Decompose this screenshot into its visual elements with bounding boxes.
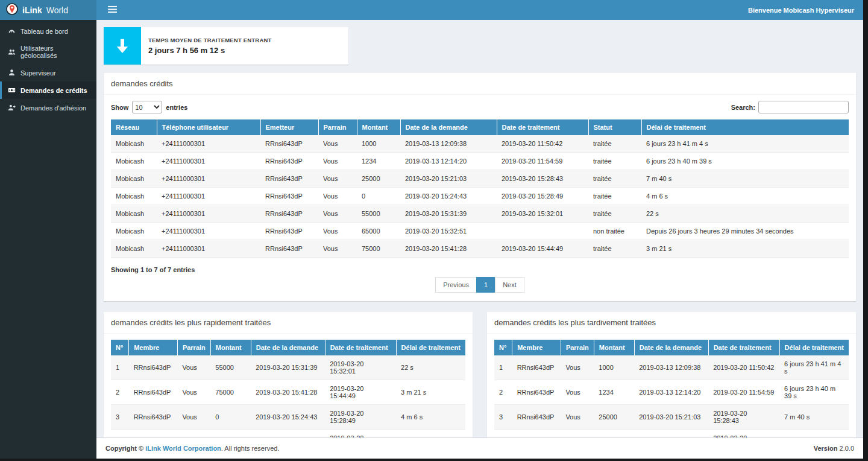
table-cell: Vous (318, 240, 357, 258)
credits-panel-body: Show 10 entries Search: RéseauTélépho (104, 95, 856, 301)
supervisor-icon (7, 69, 16, 77)
table-row: 4RRnsi643dPVous02019-03-20 15:24:432019-… (494, 430, 849, 438)
copyright-prefix: Copyright © (105, 445, 145, 452)
column-header[interactable]: Délai de traitement (641, 119, 849, 135)
table-cell: 2 (111, 380, 129, 405)
pagination-previous-button[interactable]: Previous (435, 277, 477, 293)
table-cell: Mobicash (111, 153, 157, 170)
column-header[interactable]: Membre (129, 340, 178, 355)
pagination: Previous 1 Next (111, 277, 849, 293)
table-cell: 2019-03-20 15:21:03 (251, 430, 325, 438)
column-header[interactable]: Date de traitement (325, 340, 396, 355)
table-cell: 2019-03-20 15:21:03 (634, 405, 708, 430)
table-cell: 2019-03-20 15:28:43 (325, 430, 396, 438)
table-cell: RRnsi643dP (512, 405, 561, 430)
pagination-page-1-button[interactable]: 1 (476, 277, 495, 293)
credits-panel: demandes crédits Show 10 entries Search: (104, 73, 856, 301)
sidebar-item-users[interactable]: Utilisateurs géolocalisés (0, 40, 96, 64)
table-row: 3RRnsi643dPVous250002019-03-20 15:21:032… (494, 405, 849, 430)
table-cell: Vous (177, 380, 210, 405)
table-cell: 2019-03-20 15:32:01 (497, 205, 588, 223)
table-row: 1RRnsi643dPVous10002019-03-13 12:09:3820… (494, 355, 849, 380)
column-header[interactable]: Date de la demande (634, 340, 708, 355)
column-header[interactable]: Délai de traitement (396, 340, 465, 355)
table-cell: 0 (594, 430, 634, 438)
page-length-select[interactable]: 10 (132, 101, 162, 113)
table-cell: 4 m 6 s (396, 405, 465, 430)
table-cell: 2019-03-20 15:28:43 (497, 170, 588, 188)
column-header[interactable]: Date de traitement (708, 340, 779, 355)
table-cell: 22 s (641, 205, 849, 223)
table-cell: 0 (210, 405, 251, 430)
column-header[interactable]: N° (111, 340, 129, 355)
bottom-panels: demandes crédits les plus rapidement tra… (104, 312, 856, 437)
table-cell: traitée (588, 240, 641, 258)
column-header[interactable]: Parrain (177, 340, 210, 355)
sidebar-item-dashboard[interactable]: Tableau de bord (0, 22, 96, 40)
credits-icon (7, 86, 16, 94)
column-header[interactable]: Réseau (111, 119, 157, 135)
column-header[interactable]: Montant (357, 119, 400, 135)
column-header[interactable]: Montant (594, 340, 634, 355)
table-cell: 2019-03-20 11:50:42 (708, 355, 779, 380)
table-cell: 4 (494, 430, 512, 438)
copyright-suffix: . All rights reserved. (221, 445, 280, 452)
table-cell: Vous (318, 153, 357, 170)
top-navbar: Bienvenue Mobicash Hyperviseur (96, 0, 863, 20)
table-cell: 7 m 40 s (396, 430, 465, 438)
table-cell: Vous (318, 188, 357, 205)
table-row: 3RRnsi643dPVous02019-03-20 15:24:432019-… (111, 405, 465, 430)
sidebar-item-supervisor[interactable]: Superviseur (0, 64, 96, 81)
table-cell: 2019-03-13 12:09:38 (400, 135, 497, 153)
column-header[interactable]: Date de traitement (497, 119, 588, 135)
credits-panel-title: demandes crédits (104, 73, 856, 95)
brand-logo[interactable]: iLink World (0, 0, 96, 20)
column-header[interactable]: Parrain (561, 340, 594, 355)
sidebar-item-credits[interactable]: Demandes de crédits (0, 81, 96, 99)
table-cell: 2019-03-20 15:41:28 (251, 380, 325, 405)
table-cell: Mobicash (111, 240, 157, 258)
sidebar: iLink World Tableau de bordUtilisateurs … (0, 0, 96, 459)
search-input[interactable] (758, 101, 849, 113)
sidebar-toggle-button[interactable] (105, 3, 119, 17)
company-link[interactable]: iLink World Corporation (145, 445, 221, 452)
table-cell: 6 jours 23 h 40 m 39 s (641, 153, 849, 170)
column-header[interactable]: Emetteur (260, 119, 318, 135)
column-header[interactable]: Statut (588, 119, 641, 135)
table-cell: +24111000301 (157, 205, 260, 223)
table-cell: 75000 (357, 240, 400, 258)
table-cell: 2019-03-20 15:24:43 (634, 430, 708, 438)
sidebar-item-label: Utilisateurs géolocalisés (20, 45, 90, 59)
table-cell: 55000 (357, 205, 400, 223)
table-cell: Vous (177, 430, 210, 438)
version-info: Version 2.0.0 (814, 445, 854, 452)
column-header[interactable]: N° (494, 340, 512, 355)
table-cell: 2019-03-20 15:44:49 (325, 380, 396, 405)
hamburger-icon (108, 5, 117, 15)
down-arrow-icon (104, 27, 141, 65)
column-header[interactable]: Montant (210, 340, 251, 355)
table-cell: Vous (561, 405, 594, 430)
sidebar-item-membership[interactable]: Demandes d'adhésion (0, 99, 96, 116)
table-header-row: N°MembreParrainMontantDate de la demande… (494, 340, 849, 355)
table-cell: 2019-03-20 11:54:59 (708, 380, 779, 405)
fastest-processed-panel: demandes crédits les plus rapidement tra… (104, 312, 473, 437)
sidebar-nav: Tableau de bordUtilisateurs géolocalisés… (0, 20, 96, 116)
column-header[interactable]: Téléphone utilisateur (157, 119, 260, 135)
version-label: Version (814, 445, 838, 452)
column-header[interactable]: Parrain (318, 119, 357, 135)
search-control: Search: (731, 101, 849, 113)
table-cell: 22 s (396, 355, 465, 380)
column-header[interactable]: Membre (512, 340, 561, 355)
sidebar-item-label: Demandes d'adhésion (20, 104, 86, 112)
pagination-next-button[interactable]: Next (495, 277, 524, 293)
column-header[interactable]: Date de la demande (400, 119, 497, 135)
table-cell: Vous (318, 223, 357, 240)
column-header[interactable]: Date de la demande (251, 340, 325, 355)
table-cell: Vous (318, 205, 357, 223)
table-cell: 55000 (210, 355, 251, 380)
table-cell: 2019-03-20 15:41:28 (400, 240, 497, 258)
table-cell: 1000 (594, 355, 634, 380)
table-cell: traitée (588, 135, 641, 153)
column-header[interactable]: Délai de traitement (779, 340, 849, 355)
